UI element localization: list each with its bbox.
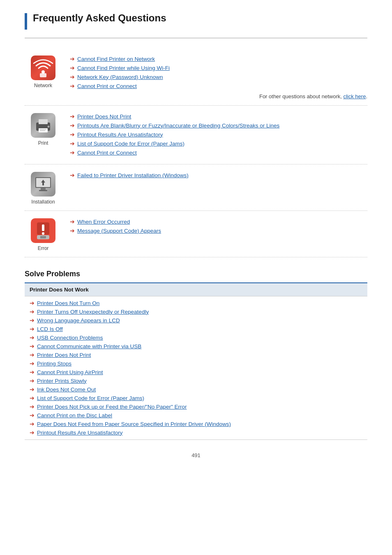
click-here-link[interactable]: click here: [343, 93, 366, 99]
network-icon-label: Network: [34, 83, 52, 88]
svg-point-5: [48, 126, 50, 128]
arrow-icon: ➔: [30, 395, 35, 401]
cannot-find-printer-network-link[interactable]: Cannot Find Printer on Network: [77, 56, 155, 62]
solve-link-item: ➔ USB Connection Problems: [30, 334, 362, 341]
printout-results-link[interactable]: Printout Results Are Unsatisfactory: [77, 132, 163, 138]
solve-link-item: ➔ Printer Does Not Pick up or Feed the P…: [30, 403, 362, 410]
solve-link-item: ➔ Cannot Communicate with Printer via US…: [30, 343, 362, 349]
svg-rect-10: [41, 188, 46, 190]
solve-link-item: ➔ Cannot Print on the Disc Label: [30, 412, 362, 419]
svg-rect-17: [40, 236, 46, 238]
solve-link-item: ➔ LCD Is Off: [30, 326, 362, 332]
svg-rect-14: [42, 224, 44, 231]
arrow-icon: ➔: [30, 334, 35, 341]
solve-section-header: Printer Does Not Work: [25, 283, 367, 296]
arrow-icon: ➔: [30, 429, 35, 436]
svg-rect-11: [39, 190, 47, 191]
cannot-print-disc-label-link[interactable]: Cannot Print on the Disc Label: [37, 412, 112, 419]
svg-rect-15: [42, 232, 44, 235]
when-error-occurred-link[interactable]: When Error Occurred: [77, 219, 130, 225]
printer-not-turn-on-link[interactable]: Printer Does Not Turn On: [37, 300, 99, 306]
paper-not-feed-link[interactable]: Paper Does Not Feed from Paper Source Sp…: [37, 421, 231, 427]
faq-link-item: ➔ List of Support Code for Error (Paper …: [70, 140, 367, 147]
no-paper-error-link[interactable]: Printer Does Not Pick up or Feed the Pap…: [37, 404, 187, 410]
arrow-icon: ➔: [30, 317, 35, 324]
error-icon-label: Error: [38, 245, 49, 251]
solve-links-body: ➔ Printer Does Not Turn On ➔ Printer Tur…: [25, 296, 367, 440]
faq-link-item: ➔ Failed to Printer Driver Installation …: [70, 172, 367, 178]
faq-icon-wrap-error: Error: [25, 218, 62, 251]
printing-stops-link[interactable]: Printing Stops: [37, 361, 71, 367]
svg-point-0: [42, 70, 45, 74]
cannot-communicate-usb-link[interactable]: Cannot Communicate with Printer via USB: [37, 343, 141, 349]
network-note: For other questions about network, click…: [70, 92, 367, 99]
faq-link-item: ➔ When Error Occurred: [70, 218, 367, 225]
page-title: Frequently Asked Questions: [33, 12, 166, 24]
faq-link-item: ➔ Printer Does Not Print: [70, 113, 367, 120]
arrow-icon: ➔: [70, 56, 75, 62]
solve-title: Solve Problems: [25, 270, 367, 278]
solve-link-item: ➔ Printing Stops: [30, 360, 362, 367]
faq-link-item: ➔ Cannot Print or Connect: [70, 83, 367, 89]
arrow-icon: ➔: [70, 140, 75, 147]
solve-link-item: ➔ Wrong Language Appears in LCD: [30, 317, 362, 324]
solve-link-item: ➔ Ink Does Not Come Out: [30, 386, 362, 393]
printouts-blank-link[interactable]: Printouts Are Blank/Blurry or Fuzzy/Inac…: [77, 123, 279, 129]
faq-links-print: ➔ Printer Does Not Print ➔ Printouts Are…: [62, 113, 367, 158]
page-title-section: Frequently Asked Questions: [25, 12, 367, 30]
cannot-print-airprint-link[interactable]: Cannot Print Using AirPrint: [37, 369, 103, 375]
arrow-icon: ➔: [70, 218, 75, 225]
faq-link-item: ➔ Cannot Find Printer while Using Wi-Fi: [70, 65, 367, 71]
printer-does-not-print-solve-link[interactable]: Printer Does Not Print: [37, 352, 91, 358]
usb-connection-problems-link[interactable]: USB Connection Problems: [37, 335, 103, 341]
installation-icon-label: Installation: [31, 199, 55, 205]
wrong-language-lcd-link[interactable]: Wrong Language Appears in LCD: [37, 317, 120, 324]
page-number: 491: [25, 452, 367, 458]
arrow-icon: ➔: [70, 65, 75, 71]
printer-turns-off-link[interactable]: Printer Turns Off Unexpectedly or Repeat…: [37, 309, 149, 315]
arrow-icon: ➔: [30, 412, 35, 419]
faq-icon-wrap-print: Print: [25, 113, 62, 146]
arrow-icon: ➔: [70, 227, 75, 234]
faq-links-network: ➔ Cannot Find Printer on Network ➔ Canno…: [62, 56, 367, 99]
arrow-icon: ➔: [70, 83, 75, 89]
error-icon: [31, 218, 55, 243]
arrow-icon: ➔: [30, 326, 35, 332]
arrow-icon: ➔: [70, 172, 75, 178]
cannot-print-connect-print-link[interactable]: Cannot Print or Connect: [77, 150, 137, 156]
printer-prints-slowly-link[interactable]: Printer Prints Slowly: [37, 378, 87, 384]
printout-results-unsatisfactory-link[interactable]: Printout Results Are Unsatisfactory: [37, 430, 123, 436]
cannot-print-connect-network-link[interactable]: Cannot Print or Connect: [77, 83, 137, 89]
solve-link-item: ➔ Printout Results Are Unsatisfactory: [30, 429, 362, 436]
arrow-icon: ➔: [70, 122, 75, 129]
solve-table: Printer Does Not Work ➔ Printer Does Not…: [25, 283, 367, 440]
solve-section: Solve Problems Printer Does Not Work ➔ P…: [25, 270, 367, 440]
arrow-icon: ➔: [30, 352, 35, 358]
message-support-code-link[interactable]: Message (Support Code) Appears: [77, 228, 161, 234]
arrow-icon: ➔: [70, 149, 75, 156]
install-svg-icon: [33, 174, 53, 194]
ink-not-come-out-link[interactable]: Ink Does Not Come Out: [37, 386, 96, 393]
failed-printer-driver-link[interactable]: Failed to Printer Driver Installation (W…: [77, 172, 189, 178]
network-key-link[interactable]: Network Key (Password) Unknown: [77, 74, 163, 80]
arrow-icon: ➔: [70, 131, 75, 138]
arrow-icon: ➔: [30, 377, 35, 384]
support-code-paper-jams-solve-link[interactable]: List of Support Code for Error (Paper Ja…: [37, 395, 144, 401]
svg-rect-4: [39, 128, 48, 132]
faq-item-installation: Installation ➔ Failed to Printer Driver …: [25, 164, 367, 211]
lcd-is-off-link[interactable]: LCD Is Off: [37, 326, 63, 332]
cannot-find-printer-wifi-link[interactable]: Cannot Find Printer while Using Wi-Fi: [77, 65, 170, 71]
network-icon: [31, 56, 55, 80]
faq-link-item: ➔ Network Key (Password) Unknown: [70, 74, 367, 80]
arrow-icon: ➔: [30, 360, 35, 367]
svg-rect-3: [39, 119, 48, 124]
support-code-paper-jams-link[interactable]: List of Support Code for Error (Paper Ja…: [77, 141, 184, 147]
faq-links-error: ➔ When Error Occurred ➔ Message (Support…: [62, 218, 367, 236]
printer-not-print-link[interactable]: Printer Does Not Print: [77, 113, 131, 120]
faq-link-item: ➔ Printout Results Are Unsatisfactory: [70, 131, 367, 138]
print-icon: [31, 113, 55, 138]
faq-link-item: ➔ Cannot Print or Connect: [70, 149, 367, 156]
arrow-icon: ➔: [30, 403, 35, 410]
faq-link-item: ➔ Printouts Are Blank/Blurry or Fuzzy/In…: [70, 122, 367, 129]
svg-rect-1: [40, 73, 46, 77]
